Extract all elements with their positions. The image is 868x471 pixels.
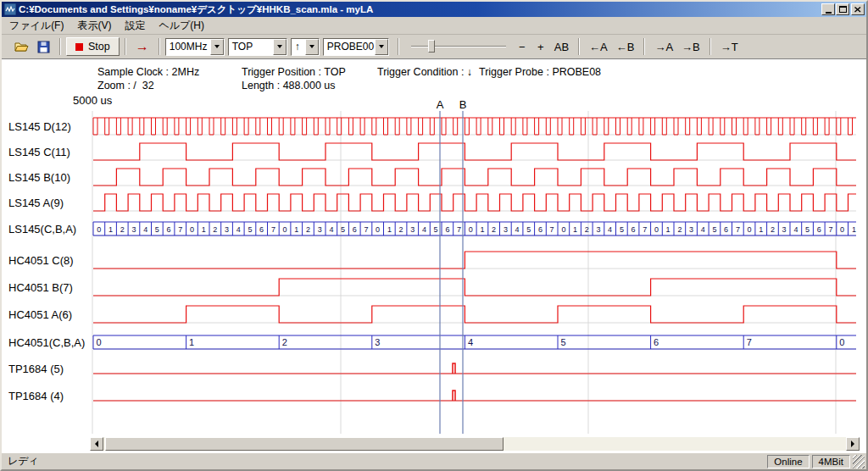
bus-value: 3 bbox=[504, 225, 508, 234]
toolbar-separator bbox=[709, 38, 711, 55]
open-button[interactable] bbox=[10, 37, 33, 56]
triangle-down bbox=[277, 45, 282, 48]
zoom-slider-track[interactable] bbox=[411, 46, 506, 47]
horizontal-scrollbar[interactable] bbox=[90, 437, 860, 451]
dropdown-arrow-icon[interactable] bbox=[375, 39, 388, 55]
bus-value: 3 bbox=[375, 337, 380, 347]
triangle-right bbox=[851, 441, 854, 447]
waveform-channel: HC4051 A(6) bbox=[8, 306, 856, 323]
dropdown-arrow-icon[interactable] bbox=[210, 39, 224, 55]
bus-value: 3 bbox=[225, 225, 229, 234]
bus-value: 0 bbox=[283, 225, 287, 234]
bus-value: 0 bbox=[840, 225, 844, 234]
channel-label: HC4051 C(8) bbox=[8, 254, 74, 267]
app-icon bbox=[4, 3, 16, 15]
bus-value: 6 bbox=[631, 225, 635, 234]
waveform-display: 5000 usLS145 D(12)LS145 C(11)LS145 B(10)… bbox=[2, 59, 866, 452]
menu-settings[interactable]: 設定 bbox=[118, 16, 152, 36]
trigger-edge-value: ↑ bbox=[292, 39, 305, 55]
waveform-channel: LS145 B(10) bbox=[8, 169, 856, 186]
menu-view[interactable]: 表示(V) bbox=[70, 16, 118, 36]
zoom-slider[interactable] bbox=[411, 38, 506, 55]
minimize-button[interactable] bbox=[821, 3, 835, 15]
waveform-channel: TP1684 (4) bbox=[8, 390, 856, 402]
channel-label: HC4051 B(7) bbox=[8, 281, 73, 294]
channel-label: LS145 D(12) bbox=[8, 120, 71, 133]
zoom-slider-thumb[interactable] bbox=[428, 40, 435, 53]
maximize-icon bbox=[839, 6, 847, 13]
triangle-down bbox=[214, 45, 220, 48]
bus-value: 7 bbox=[747, 337, 752, 347]
bus-value: 1 bbox=[573, 225, 577, 234]
bus-value: 4 bbox=[701, 225, 705, 234]
dropdown-arrow-icon[interactable] bbox=[305, 39, 319, 55]
clock-rate-select[interactable]: 100MHz bbox=[165, 38, 225, 56]
waveform-client-area: Sample Clock : 2MHz Trigger Position : T… bbox=[2, 59, 866, 452]
caption-buttons bbox=[821, 3, 865, 15]
triangle-down bbox=[309, 45, 314, 48]
zoom-in-button[interactable]: + bbox=[531, 37, 550, 56]
window-title: C:¥Documents and Settings¥noname¥デスクトップ¥… bbox=[19, 3, 821, 16]
bus-value: 3 bbox=[318, 225, 322, 234]
channel-label: LS145 B(10) bbox=[8, 171, 70, 184]
waveform-channel: TP1684 (5) bbox=[8, 363, 856, 375]
title-bar[interactable]: C:¥Documents and Settings¥noname¥デスクトップ¥… bbox=[2, 2, 866, 17]
scrollbar-track[interactable] bbox=[103, 437, 846, 451]
menu-bar: ファイル(F) 表示(V) 設定 ヘルプ(H) bbox=[2, 17, 866, 35]
goto-marker-b-button[interactable]: ←B bbox=[612, 37, 639, 56]
bus-value: 6 bbox=[259, 225, 264, 234]
trigger-edge-select[interactable]: ↑ bbox=[291, 38, 320, 56]
menu-help[interactable]: ヘルプ(H) bbox=[152, 16, 211, 36]
bus-value: 1 bbox=[852, 225, 856, 234]
toolbar-separator bbox=[578, 38, 580, 55]
close-icon bbox=[854, 7, 861, 13]
bus-value: 4 bbox=[422, 225, 426, 234]
waveform-channel: LS145 C(11) bbox=[8, 143, 856, 160]
stop-button[interactable]: Stop bbox=[66, 37, 120, 56]
bus-value: 0 bbox=[561, 225, 565, 234]
bus-value: 3 bbox=[410, 225, 415, 234]
run-button[interactable]: → bbox=[131, 37, 153, 56]
bus-value: 0 bbox=[469, 225, 473, 234]
bus-value: 0 bbox=[190, 225, 194, 234]
bus-value: 0 bbox=[97, 225, 101, 234]
bus-value: 0 bbox=[97, 337, 102, 347]
app-window: C:¥Documents and Settings¥noname¥デスクトップ¥… bbox=[0, 0, 868, 471]
bus-value: 2 bbox=[677, 225, 682, 234]
scroll-right-button[interactable] bbox=[846, 437, 860, 451]
zoom-out-button[interactable]: − bbox=[513, 37, 531, 56]
bus-value: 5 bbox=[805, 225, 810, 234]
channel-label: HC4051(C,B,A) bbox=[8, 336, 85, 349]
channel-label: LS145 C(11) bbox=[8, 146, 70, 158]
trigger-position-select[interactable]: TOP bbox=[228, 38, 287, 56]
trigger-position-value: TOP bbox=[229, 39, 273, 55]
channel-label: TP1684 (4) bbox=[8, 390, 64, 402]
set-marker-b-button[interactable]: →B bbox=[677, 37, 704, 56]
trigger-probe-value: PROBE00 bbox=[324, 39, 375, 55]
goto-marker-a-button[interactable]: ←A bbox=[585, 37, 612, 56]
close-button[interactable] bbox=[851, 3, 865, 15]
zoom-ab-button[interactable]: AB bbox=[550, 37, 573, 56]
bus-value: 1 bbox=[666, 225, 670, 234]
resize-grip[interactable] bbox=[853, 455, 865, 468]
dropdown-arrow-icon[interactable] bbox=[273, 39, 287, 55]
bus-value: 4 bbox=[143, 225, 147, 234]
minimize-icon bbox=[826, 12, 832, 14]
trigger-probe-select[interactable]: PROBE00 bbox=[323, 38, 389, 56]
maximize-button[interactable] bbox=[836, 3, 849, 15]
bus-value: 5 bbox=[712, 225, 716, 234]
goto-trigger-button[interactable]: →T bbox=[716, 37, 743, 56]
set-marker-a-button[interactable]: →A bbox=[650, 37, 677, 56]
channel-label: HC4051 A(6) bbox=[8, 308, 72, 321]
status-ready-text: レディ bbox=[3, 454, 765, 468]
waveform-channel: LS145 D(12) bbox=[8, 118, 856, 135]
scrollbar-thumb[interactable] bbox=[105, 437, 504, 451]
bus-value: 7 bbox=[550, 225, 554, 234]
save-button[interactable] bbox=[33, 37, 54, 56]
scroll-left-button[interactable] bbox=[90, 437, 103, 451]
menu-file[interactable]: ファイル(F) bbox=[3, 16, 70, 36]
bus-value: 1 bbox=[202, 225, 206, 234]
bus-value: 2 bbox=[399, 225, 403, 234]
bus-value: 1 bbox=[387, 225, 392, 234]
bus-value: 6 bbox=[166, 225, 170, 234]
